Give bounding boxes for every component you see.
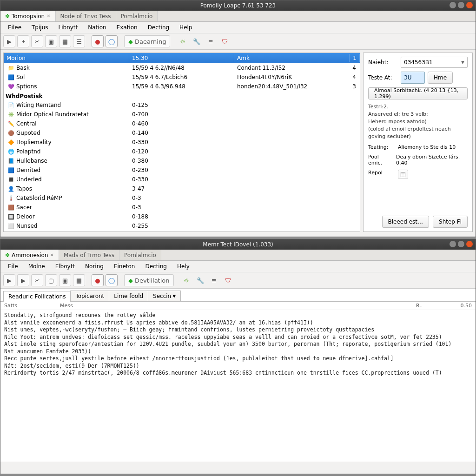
menu-noring[interactable]: Noring [80, 262, 108, 271]
diamond-icon: ◆ [128, 277, 133, 284]
save-icon[interactable]: ▣ [45, 35, 57, 47]
table-row[interactable]: ✳️Midor Optical Bundratetat0-700 [4, 110, 360, 119]
grid-icon[interactable]: ▦ [73, 274, 85, 286]
menu-eile[interactable]: Eile [3, 262, 23, 271]
table-row[interactable]: 🟤Gupoted0-140 [4, 128, 360, 138]
teste-input[interactable]: 3U [401, 72, 425, 84]
table-row[interactable]: ◼️Underled0-330 [4, 175, 360, 184]
menu-nation[interactable]: Nation [83, 23, 111, 32]
table-row[interactable]: 📄Witing Remtand0-125 [4, 100, 360, 110]
menu-molne[interactable]: Molne [24, 262, 50, 271]
minimize-icon[interactable] [450, 241, 456, 247]
row-label: Gupoted [16, 130, 40, 136]
tab-label: Pomlalmcio [124, 252, 156, 258]
subtab-topicaront[interactable]: Topicaront [70, 291, 109, 301]
save-icon[interactable]: ▣ [59, 274, 71, 286]
tab-tomoopsion[interactable]: ❇Tomoopsion ✕ [0, 11, 56, 21]
shield-icon[interactable]: 🛡 [218, 35, 231, 47]
play-icon[interactable]: ▶ [3, 274, 15, 286]
tab-ammonesion[interactable]: ❇Ammonesion ✕ [0, 250, 59, 260]
globe-icon[interactable]: ◯ [106, 274, 118, 286]
tab-node[interactable]: Node of Tnvo Tess [56, 11, 116, 21]
close-icon[interactable] [466, 2, 473, 8]
doc-tabs-bottom: ❇Ammonesion ✕ Mads of Trmo Tess Pomlalmc… [0, 250, 476, 261]
menu-elboytt[interactable]: Elboytt [51, 262, 79, 271]
menu-libnytt[interactable]: Libnytt [54, 23, 83, 32]
maximize-icon[interactable] [458, 241, 464, 247]
menu-tpijus[interactable]: Tpijus [27, 23, 53, 32]
col-morion[interactable]: Morion [4, 54, 129, 62]
rec-icon[interactable]: ● [92, 274, 104, 286]
scissors-icon[interactable]: ✂ [31, 35, 43, 47]
shield-icon[interactable]: 🛡 [222, 274, 234, 286]
row-icon: 🌐 [7, 148, 14, 155]
table-row[interactable]: ⬜Nunsed0-255 [4, 221, 360, 231]
bulb-icon[interactable]: ☼ [177, 35, 189, 47]
tab-close-icon[interactable]: ✕ [46, 13, 50, 19]
row-label: CateSlorid RéMP [16, 195, 62, 201]
menu-exation[interactable]: Exation [112, 23, 142, 32]
teating-label: Teating: [368, 144, 395, 150]
menu-decting2[interactable]: Decting [140, 262, 171, 271]
tab-label: Tomoopsion [12, 13, 45, 20]
menu-file[interactable]: Eilee [3, 23, 26, 32]
almoal-button[interactable]: Almoal Sorbltachk. (4 20 13 {13, 1.299) [368, 87, 468, 99]
table-row[interactable]: 👤Tapos3-47 [4, 184, 360, 193]
tab-pomlalmcio2[interactable]: Pomlalmcio [119, 250, 161, 260]
table-row[interactable]: ✏️Central0-460 [4, 119, 360, 128]
table-row[interactable]: 🟫Sacer0-3 [4, 203, 360, 212]
tab-close-icon[interactable]: ✕ [50, 252, 54, 258]
table-row[interactable]: 🌡️CateSlorid RéMP0-3 [4, 193, 360, 203]
menu-hely[interactable]: Hely [172, 262, 194, 271]
subtab-seccin[interactable]: Seccin ▼ [148, 291, 181, 301]
close-icon[interactable] [466, 241, 473, 247]
learning-button[interactable]: ◆Daearning [124, 35, 170, 47]
tab-mads[interactable]: Mads of Trmo Tess [59, 250, 119, 260]
table-row[interactable]: 📘Hullebanse0-380 [4, 156, 360, 165]
table-row[interactable]: 🟦Sol15/59 4 6.7/Lcbich6Hondent4I.0Y/N6ri… [4, 73, 360, 82]
table-row[interactable]: 🔲Deloor0-188 [4, 212, 360, 221]
subtab-lime[interactable]: Lime foold [109, 291, 148, 301]
col-amk[interactable]: Amk [234, 54, 350, 62]
scissors-icon[interactable]: ✂ [31, 274, 43, 286]
minimize-icon[interactable] [450, 2, 456, 8]
settings-icon[interactable]: ≡ [208, 274, 220, 286]
subtab-readuric[interactable]: Readuric Follications [3, 291, 71, 302]
menu-decting[interactable]: Decting [143, 23, 174, 32]
tab-label: Mads of Trmo Tess [64, 252, 114, 258]
play2-icon[interactable]: ▶ [17, 274, 29, 286]
play-icon[interactable]: ▶ [3, 35, 15, 47]
menu-help[interactable]: Help [175, 23, 197, 32]
devtl-button[interactable]: ◆Devtlilation [124, 274, 174, 286]
hme-button[interactable]: Hme [428, 72, 453, 84]
plus-icon[interactable]: ＋ [17, 35, 29, 47]
naieht-combo[interactable]: 034563B1▼ [401, 57, 468, 68]
info-line: Anserved el: tre 3 velb: [368, 111, 468, 118]
list-icon[interactable]: ☰ [73, 35, 85, 47]
wrench-icon[interactable]: 🔧 [194, 274, 206, 286]
settings-icon[interactable]: ≡ [205, 35, 217, 47]
sub-tabs: Readuric Follications Topicaront Lime fo… [0, 289, 476, 302]
globe-icon[interactable]: ◯ [106, 35, 118, 47]
wrench-icon[interactable]: 🔧 [191, 35, 203, 47]
bulb-icon[interactable]: ☼ [180, 274, 192, 286]
bleed-button[interactable]: Bleeed est… [382, 216, 430, 228]
col-num[interactable]: 1 [350, 54, 360, 62]
shtep-button[interactable]: Shtep Fl [433, 216, 468, 228]
tab-pomlalmcio[interactable]: Pomlalmcio [116, 11, 158, 21]
row-c3: 3 [349, 83, 358, 90]
table-row[interactable]: 🌐Polaptnd0-120 [4, 147, 360, 156]
grid-icon[interactable]: ▦ [59, 35, 71, 47]
table-row[interactable]: 🔶Hopliemality0-330 [4, 138, 360, 147]
box-icon[interactable]: ▢ [45, 274, 57, 286]
col-1530[interactable]: 15.30 [129, 54, 234, 62]
rec-icon[interactable]: ● [92, 35, 104, 47]
table-row[interactable]: 🟦Denrited0-230 [4, 165, 360, 175]
repol-icon[interactable]: ▤ [398, 170, 408, 179]
table-row[interactable]: 💜Sptions15/59 4 6.3/96.948honden20:4.48V… [4, 82, 360, 91]
row-icon: 📄 [7, 102, 14, 109]
maximize-icon[interactable] [458, 2, 464, 8]
menu-eineton[interactable]: Eineton [109, 262, 140, 271]
row-icon: 🌡️ [7, 195, 14, 202]
table-row[interactable]: 📁Bask15/59 4 6.2//N6/48Condant 11.3/I524 [4, 63, 360, 73]
